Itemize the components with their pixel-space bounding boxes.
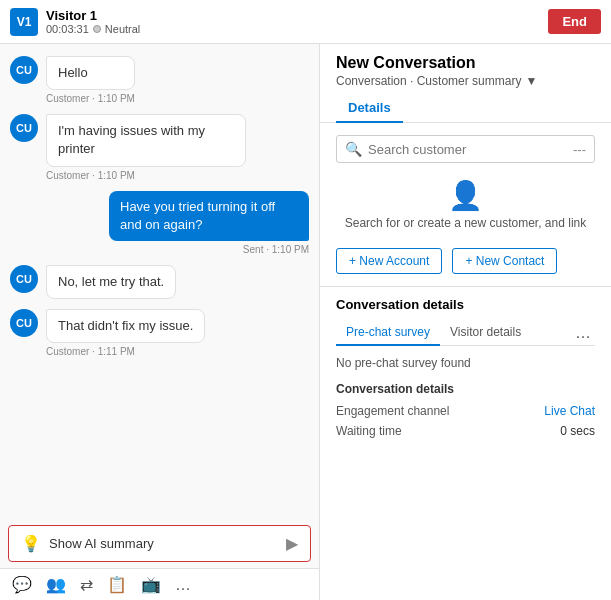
message-bubble: Hello	[46, 56, 135, 90]
more-options-icon[interactable]: …	[571, 324, 595, 342]
avatar: CU	[10, 114, 38, 142]
message-bubble: I'm having issues with my printer	[46, 114, 246, 166]
avatar: CU	[10, 265, 38, 293]
visitor-avatar: V1	[10, 8, 38, 36]
breadcrumb[interactable]: Conversation · Customer summary ▼	[336, 74, 595, 88]
no-survey-text: No pre-chat survey found	[336, 356, 595, 370]
tab-pre-chat-survey[interactable]: Pre-chat survey	[336, 320, 440, 346]
conversation-details-section: Conversation details Pre-chat survey Vis…	[320, 287, 611, 600]
visitor-name: Visitor 1	[46, 8, 548, 23]
message-content: I'm having issues with my printer Custom…	[46, 114, 246, 180]
table-row: CU Hello Customer · 1:10 PM	[10, 56, 309, 104]
ai-summary-bar[interactable]: 💡 Show AI summary ▶	[8, 525, 311, 562]
table-row: CU I'm having issues with my printer Cus…	[10, 114, 309, 180]
send-icon[interactable]: ▶	[286, 534, 298, 553]
detail-value: Live Chat	[544, 404, 595, 418]
search-customer-row: 🔍 ---	[336, 135, 595, 163]
chevron-down-icon: ▼	[525, 74, 537, 88]
person-icon: 👤	[448, 179, 483, 212]
message-bubble: That didn't fix my issue.	[46, 309, 205, 343]
search-dashes: ---	[573, 142, 586, 157]
message-meta: Sent · 1:10 PM	[109, 244, 309, 255]
chat-toolbar: 💬 👥 ⇄ 📋 📺 …	[0, 568, 319, 600]
table-row: CU That didn't fix my issue. Customer · …	[10, 309, 309, 357]
notes-icon[interactable]: 📋	[107, 575, 127, 594]
chat-icon[interactable]: 💬	[12, 575, 32, 594]
detail-key: Engagement channel	[336, 404, 449, 418]
message-meta: Customer · 1:11 PM	[46, 346, 205, 357]
message-content: Hello Customer · 1:10 PM	[46, 56, 135, 104]
table-row: Have you tried turning it off and on aga…	[10, 191, 309, 255]
search-customer-input[interactable]	[368, 142, 567, 157]
chat-panel: CU Hello Customer · 1:10 PM CU I'm havin…	[0, 44, 320, 600]
tab-visitor-details[interactable]: Visitor details	[440, 320, 531, 346]
screen-icon[interactable]: 📺	[141, 575, 161, 594]
customer-empty: 👤 Search for or create a new customer, a…	[336, 173, 595, 240]
message-bubble: No, let me try that.	[46, 265, 176, 299]
chat-messages: CU Hello Customer · 1:10 PM CU I'm havin…	[0, 44, 319, 519]
message-content: No, let me try that.	[46, 265, 176, 299]
main-layout: CU Hello Customer · 1:10 PM CU I'm havin…	[0, 44, 611, 600]
header-info: Visitor 1 00:03:31 Neutral	[46, 8, 548, 35]
message-meta: Customer · 1:10 PM	[46, 93, 135, 104]
timer: 00:03:31	[46, 23, 89, 35]
customer-action-buttons: + New Account + New Contact	[336, 248, 595, 274]
visitor-status: 00:03:31 Neutral	[46, 23, 548, 35]
avatar: CU	[10, 309, 38, 337]
new-contact-button[interactable]: + New Contact	[452, 248, 557, 274]
details-section: 🔍 --- 👤 Search for or create a new custo…	[320, 123, 611, 287]
message-content: Have you tried turning it off and on aga…	[109, 191, 309, 255]
table-row: CU No, let me try that.	[10, 265, 309, 299]
list-item: Engagement channel Live Chat	[336, 404, 595, 418]
empty-text: Search for or create a new customer, and…	[345, 216, 586, 230]
end-button[interactable]: End	[548, 9, 601, 34]
conversation-tabs: Details	[336, 94, 595, 122]
conversation-header: New Conversation Conversation · Customer…	[320, 44, 611, 123]
tab-details[interactable]: Details	[336, 94, 403, 123]
detail-value: 0 secs	[560, 424, 595, 438]
conversation-title: New Conversation	[336, 54, 595, 72]
conv-detail-label: Conversation details	[336, 382, 595, 396]
new-account-button[interactable]: + New Account	[336, 248, 442, 274]
message-content: That didn't fix my issue. Customer · 1:1…	[46, 309, 205, 357]
conversation-details-title: Conversation details	[336, 297, 595, 312]
ai-summary-label: Show AI summary	[49, 536, 278, 551]
status-label: Neutral	[105, 23, 140, 35]
ai-icon: 💡	[21, 534, 41, 553]
conversation-details-tabs: Pre-chat survey Visitor details …	[336, 320, 595, 346]
list-item: Waiting time 0 secs	[336, 424, 595, 438]
people-icon[interactable]: 👥	[46, 575, 66, 594]
status-dot	[93, 25, 101, 33]
more-icon[interactable]: …	[175, 576, 191, 594]
search-icon: 🔍	[345, 141, 362, 157]
message-meta: Customer · 1:10 PM	[46, 170, 246, 181]
breadcrumb-text: Conversation · Customer summary	[336, 74, 521, 88]
right-panel: New Conversation Conversation · Customer…	[320, 44, 611, 600]
detail-key: Waiting time	[336, 424, 402, 438]
transfer-icon[interactable]: ⇄	[80, 575, 93, 594]
avatar: CU	[10, 56, 38, 84]
message-bubble: Have you tried turning it off and on aga…	[109, 191, 309, 241]
header: V1 Visitor 1 00:03:31 Neutral End	[0, 0, 611, 44]
